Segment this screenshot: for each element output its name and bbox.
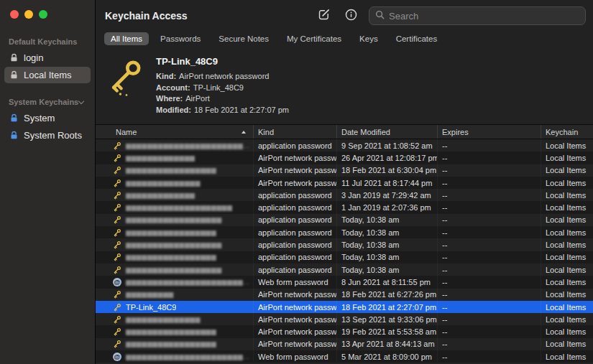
item-name: ▆▆▆▆▆▆▆▆▆▆▆▆▆▆▆▆▆▆▆▆▆▆▆▆▆▆▆▆ [126, 353, 253, 360]
tab-keys[interactable]: Keys [353, 32, 385, 45]
item-kind: Web form password [253, 276, 336, 288]
item-expires: -- [437, 201, 541, 213]
sidebar-item-system[interactable]: System [4, 110, 91, 126]
item-expires: -- [437, 338, 541, 350]
detail-field-account: Account:TP-Link_48C9 [156, 83, 289, 94]
item-expires: -- [437, 189, 541, 201]
minimize-window-button[interactable] [24, 10, 33, 19]
column-header-expires[interactable]: Expires [437, 125, 541, 139]
table-row[interactable]: ▆▆▆▆▆▆▆▆▆▆▆▆▆▆▆▆▆ application password T… [96, 226, 593, 238]
at-sign-icon: @ [113, 353, 121, 361]
key-icon [113, 215, 121, 224]
table-row[interactable]: ▆▆▆▆▆▆▆▆▆▆▆▆▆ application password 3 Jan… [96, 189, 593, 201]
chevron-down-icon[interactable] [78, 98, 84, 103]
new-item-button[interactable] [314, 6, 333, 25]
table-header: Name Kind Date Modified Expires Keychain [96, 124, 593, 139]
table-row[interactable]: ▆▆▆▆▆▆▆▆▆▆▆▆▆▆▆▆▆▆ application password … [96, 263, 593, 276]
table-row[interactable]: @ ▆▆▆▆▆▆▆▆▆▆▆▆▆▆▆▆▆▆▆▆▆▆▆▆▆▆ Web form pa… [96, 276, 593, 288]
table-row[interactable]: ▆▆▆▆▆▆▆▆▆▆▆▆▆▆▆▆▆ application password T… [96, 251, 593, 263]
tab-certificates[interactable]: Certificates [390, 32, 444, 45]
item-expires: -- [437, 276, 541, 288]
column-header-keychain[interactable]: Keychain [541, 125, 593, 139]
item-kind: Web form password [253, 350, 336, 363]
key-icon [113, 290, 121, 299]
key-icon [113, 340, 121, 348]
item-date-modified: Today, 10:38 am [336, 251, 437, 263]
item-kind: AirPort network password [253, 177, 336, 189]
close-window-button[interactable] [10, 10, 19, 19]
table-row[interactable]: ▆▆▆▆▆▆▆▆▆▆▆▆▆▆▆▆▆▆ application password … [96, 214, 593, 226]
main-panel: Keychain Access All Items Passwords [96, 0, 593, 364]
item-date-modified: 8 Jun 2021 at 8:11:55 pm [336, 276, 437, 288]
item-date-modified: 13 Apr 2021 at 8:44:13 am [336, 338, 437, 350]
item-keychain: Local Items [541, 313, 593, 325]
category-tab-bar: All Items Passwords Secure Notes My Cert… [96, 32, 593, 52]
search-field[interactable] [369, 6, 586, 25]
item-keychain: Local Items [541, 214, 593, 226]
tab-my-certificates[interactable]: My Certificates [280, 32, 348, 45]
item-date-modified: 18 Feb 2021 at 6:30:04 pm [336, 164, 437, 177]
item-name: ▆▆▆▆▆▆▆▆▆▆▆▆▆▆ [126, 179, 201, 187]
window-title: Keychain Access [105, 10, 188, 22]
column-header-date-modified[interactable]: Date Modified [336, 125, 437, 139]
item-kind: application password [253, 201, 336, 213]
table-row[interactable]: ▆▆▆▆▆▆▆▆▆ AirPort network password 18 Fe… [96, 289, 593, 301]
item-kind: AirPort network password [253, 325, 336, 337]
item-name: ▆▆▆▆▆▆▆▆▆▆▆▆▆▆▆▆▆ [126, 167, 216, 174]
lock-icon [9, 131, 19, 140]
table-row[interactable]: ▆▆▆▆▆▆▆▆▆▆▆▆▆▆▆▆▆ AirPort network passwo… [96, 338, 593, 350]
section-title: System Keychains [9, 98, 78, 106]
keychain-access-window: Default Keychains login Local Items Syst… [0, 0, 593, 364]
item-date-modified: 9 Sep 2021 at 1:08:52 am [336, 139, 437, 151]
info-button[interactable] [341, 6, 360, 25]
item-keychain: Local Items [541, 177, 593, 189]
item-keychain: Local Items [541, 201, 593, 213]
item-name: TP-Link_48C9 [126, 303, 176, 312]
table-row[interactable]: ▆▆▆▆▆▆▆▆▆▆▆▆▆▆▆▆▆ AirPort network passwo… [96, 325, 593, 337]
item-expires: -- [437, 313, 541, 325]
item-name: ▆▆▆▆▆▆▆▆▆▆▆▆▆▆▆▆▆ [126, 328, 216, 335]
item-expires: -- [437, 301, 541, 313]
zoom-window-button[interactable] [39, 10, 47, 19]
key-icon [113, 253, 121, 261]
item-keychain: Local Items [541, 164, 593, 177]
search-input[interactable] [389, 11, 579, 22]
table-row[interactable]: ▆▆▆▆▆▆▆▆▆▆▆▆▆▆▆▆▆▆▆▆▆▆▆▆▆▆▆▆▆▆ applicati… [96, 139, 593, 151]
item-expires: -- [437, 139, 541, 151]
table-row[interactable]: ▆▆▆▆▆▆▆▆▆▆▆▆▆▆ AirPort network password … [96, 177, 593, 189]
tab-secure-notes[interactable]: Secure Notes [212, 32, 275, 45]
key-icon [103, 54, 147, 118]
tab-all-items[interactable]: All Items [104, 32, 149, 45]
table-row[interactable]: ▆▆▆▆▆▆▆▆▆▆▆▆▆▆▆▆▆ AirPort network passwo… [96, 164, 593, 177]
table-row[interactable]: ▆▆▆▆▆▆▆▆▆▆▆▆▆▆▆▆▆▆▆▆ application passwor… [96, 201, 593, 213]
item-name: ▆▆▆▆▆▆▆▆▆▆▆▆▆▆▆▆▆▆▆▆▆▆▆▆▆▆ [126, 279, 253, 286]
tab-passwords[interactable]: Passwords [154, 32, 207, 45]
table-row[interactable]: ▆▆▆▆▆▆▆▆▆▆▆▆▆ AirPort network password 2… [96, 151, 593, 164]
item-keychain: Local Items [541, 226, 593, 238]
item-date-modified: 18 Feb 2021 at 6:27:26 pm [336, 289, 437, 301]
table-row[interactable]: ▆▆▆▆▆▆▆▆▆▆▆▆▆▆▆▆▆▆ application password … [96, 238, 593, 251]
sidebar: Default Keychains login Local Items Syst… [0, 0, 96, 364]
item-name: ▆▆▆▆▆▆▆▆▆▆▆▆▆▆▆▆▆▆ [126, 266, 222, 274]
key-icon [113, 191, 121, 200]
item-kind: application password [253, 139, 336, 151]
item-name: ▆▆▆▆▆▆▆▆▆▆▆▆▆▆▆▆▆ [126, 229, 216, 236]
sidebar-section-default-keychains: Default Keychains [0, 33, 95, 49]
item-keychain: Local Items [541, 289, 593, 301]
sidebar-item-local-items[interactable]: Local Items [4, 67, 91, 83]
item-expires: -- [437, 151, 541, 164]
column-header-kind[interactable]: Kind [253, 125, 336, 139]
item-date-modified: 3 Jan 2019 at 7:29:42 am [336, 189, 437, 201]
lock-icon [9, 113, 19, 123]
table-row[interactable]: ▆▆▆▆▆▆▆▆▆▆▆▆▆▆ AirPort network password … [96, 313, 593, 325]
item-keychain: Local Items [541, 276, 593, 288]
column-header-name[interactable]: Name [96, 125, 253, 139]
key-icon [113, 228, 121, 237]
item-expires: -- [437, 177, 541, 189]
sidebar-item-system-roots[interactable]: System Roots [4, 127, 91, 144]
key-icon [113, 266, 121, 274]
table-row[interactable]: TP-Link_48C9 AirPort network password 18… [96, 301, 593, 313]
sort-ascending-icon [242, 131, 246, 134]
sidebar-item-login[interactable]: login [4, 50, 91, 66]
table-row[interactable]: @ ▆▆▆▆▆▆▆▆▆▆▆▆▆▆▆▆▆▆▆▆▆▆▆▆▆▆▆▆ Web form … [96, 350, 593, 363]
